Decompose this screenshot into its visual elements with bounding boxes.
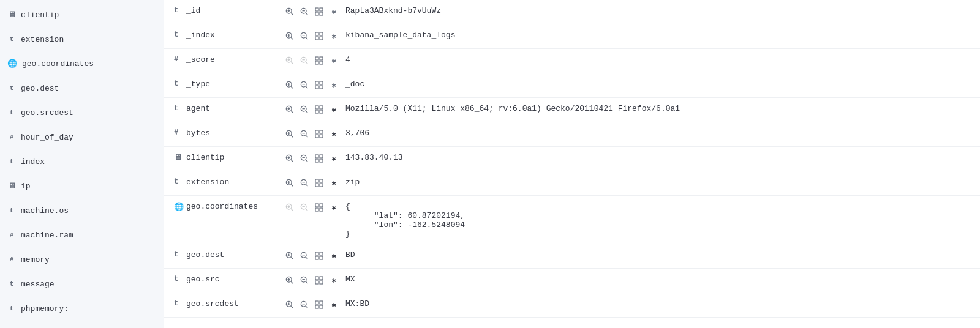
filter-exists-icon[interactable]: ✱ — [328, 250, 339, 261]
toggle-column-icon[interactable] — [314, 177, 325, 188]
filter-exists-icon[interactable]: ✱ — [328, 80, 339, 91]
filter-for-icon[interactable] — [284, 177, 295, 188]
filter-for-icon[interactable] — [284, 275, 295, 286]
field-actions: ✱ — [284, 274, 345, 286]
svg-rect-84 — [315, 179, 318, 182]
sidebar-item-ip[interactable]: 🖥ip — [0, 174, 164, 198]
sidebar-item-geo.coordinates[interactable]: 🌐geo.coordinates — [0, 51, 164, 76]
filter-exists-icon[interactable]: ✱ — [328, 177, 339, 188]
svg-rect-53 — [315, 110, 318, 113]
sidebar-item-geo.dest[interactable]: tgeo.dest — [0, 76, 164, 100]
filter-for-icon[interactable] — [284, 250, 295, 261]
filter-for-icon[interactable] — [284, 153, 295, 164]
filter-exists-icon[interactable]: ✱ — [328, 129, 339, 140]
filter-out-icon[interactable] — [299, 80, 310, 91]
sidebar-item-geo.srcdest[interactable]: tgeo.srcdest — [0, 100, 164, 125]
field-name: _score — [186, 54, 284, 64]
sidebar-item-message[interactable]: tmessage — [0, 272, 164, 296]
filter-out-icon[interactable] — [299, 299, 310, 310]
filter-out-icon[interactable] — [299, 6, 310, 17]
svg-line-122 — [291, 306, 293, 308]
filter-out-icon[interactable] — [299, 129, 310, 140]
filter-out-icon[interactable] — [299, 275, 310, 286]
filter-out-icon[interactable] — [299, 31, 310, 42]
sidebar-label: phpmemory: — [21, 304, 69, 313]
field-name: clientip — [186, 152, 284, 162]
type-badge: t — [7, 35, 16, 43]
toggle-column-icon[interactable] — [314, 299, 325, 310]
toggle-column-icon[interactable] — [314, 202, 325, 213]
svg-rect-54 — [320, 110, 323, 113]
svg-line-1 — [291, 13, 293, 15]
sidebar: 🖥clientiptextension🌐geo.coordinatestgeo.… — [0, 0, 164, 328]
filter-exists-icon[interactable]: ✱ — [328, 6, 339, 17]
filter-exists-icon[interactable]: ✱ — [328, 104, 339, 115]
field-actions: ✱ — [284, 78, 345, 91]
sidebar-item-index[interactable]: tindex — [0, 149, 164, 174]
svg-line-27 — [306, 62, 307, 64]
toggle-column-icon[interactable] — [314, 250, 325, 261]
field-type: # — [174, 54, 186, 64]
toggle-column-icon[interactable] — [314, 6, 325, 17]
svg-line-5 — [306, 13, 307, 15]
sidebar-item-phpmemory[interactable]: tphpmemory: — [0, 296, 164, 321]
type-badge: t — [7, 109, 16, 116]
svg-rect-20 — [315, 37, 318, 40]
svg-line-16 — [306, 37, 307, 39]
filter-exists-icon[interactable]: ✱ — [328, 31, 339, 42]
sidebar-item-machine.os[interactable]: tmachine.os — [0, 198, 164, 223]
table-row: #_score ✱4 — [164, 49, 980, 73]
filter-exists-icon[interactable]: ✱ — [328, 299, 339, 310]
filter-out-icon[interactable] — [299, 177, 310, 188]
sidebar-item-machine.ram[interactable]: #machine.ram — [0, 223, 164, 247]
field-actions: ✱ — [284, 54, 345, 66]
svg-line-49 — [306, 111, 307, 113]
svg-rect-65 — [320, 135, 323, 138]
filter-exists-icon[interactable]: ✱ — [328, 55, 339, 66]
filter-exists-icon[interactable]: ✱ — [328, 202, 339, 213]
filter-out-icon[interactable] — [299, 104, 310, 115]
field-value: kibana_sample_data_logs — [345, 29, 970, 40]
toggle-column-icon[interactable] — [314, 31, 325, 42]
sidebar-label: machine.ram — [21, 231, 74, 240]
filter-out-icon — [299, 55, 310, 66]
toggle-column-icon[interactable] — [314, 275, 325, 286]
sidebar-item-extension[interactable]: textension — [0, 27, 164, 51]
svg-line-104 — [306, 257, 307, 259]
filter-for-icon[interactable] — [284, 31, 295, 42]
svg-rect-21 — [320, 37, 323, 40]
svg-rect-106 — [315, 252, 318, 255]
svg-rect-29 — [315, 57, 318, 60]
filter-for-icon[interactable] — [284, 6, 295, 17]
filter-for-icon[interactable] — [284, 104, 295, 115]
toggle-column-icon[interactable] — [314, 104, 325, 115]
field-value: 3,706 — [345, 127, 970, 138]
table-row: tgeo.src ✱MX — [164, 269, 980, 293]
table-row: t_id ✱RapLa3ABxknd-b7vUuWz — [164, 0, 980, 24]
toggle-column-icon[interactable] — [314, 129, 325, 140]
field-name: geo.src — [186, 274, 284, 284]
filter-for-icon[interactable] — [284, 129, 295, 140]
toggle-column-icon[interactable] — [314, 153, 325, 164]
svg-line-71 — [306, 160, 307, 162]
filter-exists-icon[interactable]: ✱ — [328, 275, 339, 286]
filter-out-icon[interactable] — [299, 153, 310, 164]
filter-for-icon[interactable] — [284, 299, 295, 310]
toggle-column-icon[interactable] — [314, 55, 325, 66]
field-actions: ✱ — [284, 29, 345, 42]
svg-line-60 — [306, 135, 307, 137]
svg-rect-51 — [315, 106, 318, 109]
svg-line-100 — [291, 257, 293, 259]
sidebar-item-clientip[interactable]: 🖥clientip — [0, 2, 164, 27]
svg-rect-32 — [320, 61, 323, 64]
sidebar-item-memory[interactable]: #memory — [0, 247, 164, 272]
field-actions: ✱ — [284, 249, 345, 261]
sidebar-item-hour_of_day[interactable]: #hour_of_day — [0, 125, 164, 149]
svg-rect-7 — [315, 8, 318, 11]
filter-out-icon[interactable] — [299, 250, 310, 261]
field-name: geo.srcdest — [186, 298, 284, 308]
svg-rect-98 — [320, 208, 323, 211]
toggle-column-icon[interactable] — [314, 80, 325, 91]
filter-for-icon[interactable] — [284, 80, 295, 91]
filter-exists-icon[interactable]: ✱ — [328, 153, 339, 164]
